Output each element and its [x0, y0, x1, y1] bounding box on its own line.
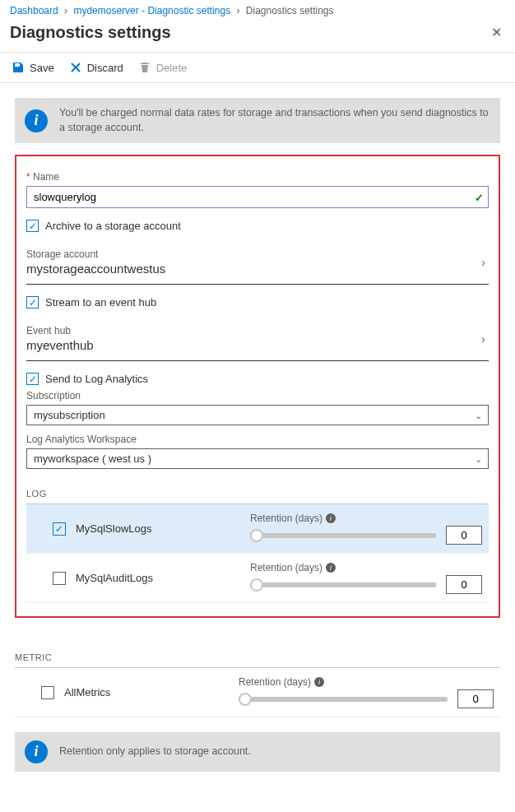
chevron-right-icon: ›: [481, 332, 485, 346]
log-row-auditlogs: MySqlAuditLogs Retention (days) i: [26, 554, 489, 603]
delete-button: Delete: [138, 61, 188, 74]
chevron-right-icon: ›: [481, 256, 485, 269]
retention-label: Retention (days) i: [250, 513, 482, 524]
metric-allmetrics-checkbox[interactable]: [41, 686, 54, 699]
event-hub-selector[interactable]: Event hub myeventhub ›: [26, 317, 489, 361]
archive-checkbox[interactable]: [26, 220, 39, 232]
save-icon: [12, 61, 25, 74]
info-icon[interactable]: i: [326, 513, 336, 523]
event-hub-label: Event hub: [26, 325, 489, 336]
info-icon: i: [25, 109, 48, 132]
discard-icon: [69, 61, 82, 74]
info-banner-text: You'll be charged normal data rates for …: [59, 106, 490, 135]
event-hub-value: myeventhub: [26, 338, 489, 352]
retention-label: Retention (days) i: [250, 562, 482, 573]
chevron-right-icon: ›: [236, 5, 239, 16]
log-slowlogs-checkbox[interactable]: [53, 522, 66, 536]
log-section-header: LOG: [26, 484, 489, 504]
archive-label: Archive to a storage account: [45, 220, 181, 232]
name-label: * Name: [26, 171, 489, 183]
delete-label: Delete: [156, 62, 188, 74]
breadcrumb: Dashboard › mydemoserver - Diagnostic se…: [0, 0, 515, 20]
metric-row-allmetrics: AllMetrics Retention (days) i: [15, 668, 500, 717]
discard-label: Discard: [87, 62, 123, 74]
save-label: Save: [30, 62, 54, 74]
log-analytics-checkbox[interactable]: [26, 373, 39, 385]
info-icon[interactable]: i: [326, 563, 336, 573]
page-title: Diagnostics settings: [10, 23, 171, 42]
retention-input[interactable]: [446, 526, 482, 545]
log-row-slowlogs: MySqlSlowLogs Retention (days) i: [26, 504, 489, 554]
breadcrumb-current: Diagnostics settings: [246, 5, 334, 16]
info-banner-bottom: i Retention only applies to storage acco…: [15, 732, 500, 772]
retention-label: Retention (days) i: [239, 676, 494, 688]
workspace-label: Log Analytics Workspace: [26, 434, 489, 445]
retention-slider[interactable]: [239, 697, 448, 702]
valid-icon: ✓: [475, 191, 484, 203]
subscription-label: Subscription: [26, 390, 489, 401]
breadcrumb-server[interactable]: mydemoserver - Diagnostic settings: [73, 5, 230, 16]
storage-account-value: mystorageaccountwestus: [26, 262, 489, 276]
info-icon[interactable]: i: [314, 677, 324, 687]
info-icon: i: [25, 740, 48, 763]
info-banner-top: i You'll be charged normal data rates fo…: [15, 98, 500, 143]
retention-slider[interactable]: [250, 582, 436, 587]
highlighted-region: * Name ✓ Archive to a storage account St…: [15, 155, 500, 618]
storage-account-selector[interactable]: Storage account mystorageaccountwestus ›: [26, 240, 489, 285]
workspace-select[interactable]: myworkspace ( west us ): [26, 448, 489, 469]
metric-allmetrics-name: AllMetrics: [64, 686, 229, 698]
retention-input[interactable]: [457, 689, 494, 708]
log-analytics-label: Send to Log Analytics: [45, 373, 148, 385]
log-auditlogs-checkbox[interactable]: [53, 572, 66, 585]
close-button[interactable]: ✕: [488, 21, 505, 44]
discard-button[interactable]: Discard: [69, 61, 123, 74]
retention-slider[interactable]: [250, 533, 436, 538]
subscription-select[interactable]: mysubscription: [26, 405, 489, 425]
metric-section-header: METRIC: [15, 647, 500, 668]
breadcrumb-dashboard[interactable]: Dashboard: [10, 5, 58, 16]
save-button[interactable]: Save: [12, 61, 54, 74]
log-slowlogs-name: MySqlSlowLogs: [76, 522, 240, 535]
toolbar: Save Discard Delete: [0, 53, 515, 83]
stream-label: Stream to an event hub: [45, 296, 156, 309]
log-auditlogs-name: MySqlAuditLogs: [76, 572, 240, 584]
chevron-right-icon: ›: [64, 5, 67, 16]
name-input[interactable]: [26, 186, 489, 208]
delete-icon: [138, 61, 151, 74]
retention-input[interactable]: [446, 575, 482, 594]
stream-checkbox[interactable]: [26, 296, 39, 309]
info-banner-text: Retention only applies to storage accoun…: [59, 745, 251, 759]
storage-account-label: Storage account: [26, 248, 489, 260]
